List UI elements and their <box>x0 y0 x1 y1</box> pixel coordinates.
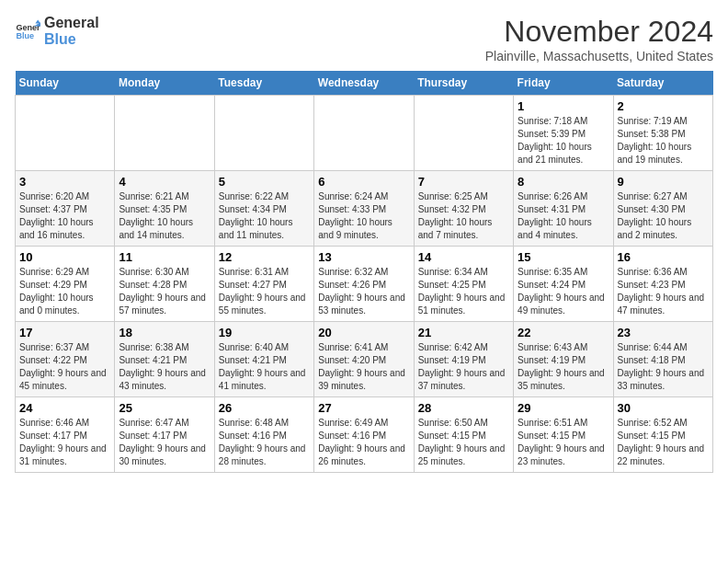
day-number: 2 <box>618 99 709 113</box>
calendar-cell: 15Sunrise: 6:35 AM Sunset: 4:24 PM Dayli… <box>514 247 613 322</box>
day-info: Sunrise: 6:51 AM Sunset: 4:15 PM Dayligh… <box>518 417 609 468</box>
day-info: Sunrise: 6:22 AM Sunset: 4:34 PM Dayligh… <box>219 190 310 242</box>
day-info: Sunrise: 6:40 AM Sunset: 4:21 PM Dayligh… <box>219 341 310 393</box>
calendar-cell <box>214 96 313 171</box>
calendar-cell: 18Sunrise: 6:38 AM Sunset: 4:21 PM Dayli… <box>115 322 214 397</box>
day-info: Sunrise: 6:32 AM Sunset: 4:26 PM Dayligh… <box>318 266 409 317</box>
day-info: Sunrise: 6:34 AM Sunset: 4:25 PM Dayligh… <box>418 266 509 317</box>
calendar-cell: 9Sunrise: 6:27 AM Sunset: 4:30 PM Daylig… <box>613 171 712 247</box>
day-number: 26 <box>219 401 310 415</box>
day-info: Sunrise: 6:50 AM Sunset: 4:15 PM Dayligh… <box>418 417 509 468</box>
day-number: 14 <box>418 250 509 264</box>
calendar-cell: 16Sunrise: 6:36 AM Sunset: 4:23 PM Dayli… <box>613 247 712 322</box>
calendar-cell: 7Sunrise: 6:25 AM Sunset: 4:32 PM Daylig… <box>414 171 513 247</box>
day-number: 24 <box>19 401 110 415</box>
day-info: Sunrise: 6:20 AM Sunset: 4:37 PM Dayligh… <box>19 190 110 242</box>
calendar-table: SundayMondayTuesdayWednesdayThursdayFrid… <box>15 71 713 473</box>
day-number: 15 <box>518 250 609 264</box>
day-info: Sunrise: 6:36 AM Sunset: 4:23 PM Dayligh… <box>618 266 709 317</box>
calendar-cell: 23Sunrise: 6:44 AM Sunset: 4:18 PM Dayli… <box>613 322 712 397</box>
week-row-1: 1Sunrise: 7:18 AM Sunset: 5:39 PM Daylig… <box>16 96 713 171</box>
day-number: 7 <box>418 175 509 189</box>
day-number: 17 <box>19 326 110 339</box>
day-number: 12 <box>219 250 310 264</box>
calendar-cell <box>16 96 115 171</box>
day-info: Sunrise: 6:25 AM Sunset: 4:32 PM Dayligh… <box>418 190 509 242</box>
location-title: Plainville, Massachusetts, United States <box>485 49 713 63</box>
day-number: 9 <box>618 175 709 189</box>
day-header-sunday: Sunday <box>16 71 115 96</box>
calendar-cell: 20Sunrise: 6:41 AM Sunset: 4:20 PM Dayli… <box>314 322 414 397</box>
day-number: 6 <box>318 175 409 189</box>
logo-general: General <box>44 15 99 31</box>
day-number: 28 <box>418 401 509 415</box>
title-area: November 2024 Plainville, Massachusetts,… <box>485 15 713 63</box>
day-info: Sunrise: 6:31 AM Sunset: 4:27 PM Dayligh… <box>219 266 310 317</box>
day-number: 11 <box>119 250 210 264</box>
week-row-3: 10Sunrise: 6:29 AM Sunset: 4:29 PM Dayli… <box>16 247 713 322</box>
day-info: Sunrise: 6:46 AM Sunset: 4:17 PM Dayligh… <box>19 417 110 468</box>
day-number: 13 <box>318 250 409 264</box>
month-title: November 2024 <box>485 15 713 49</box>
day-info: Sunrise: 6:42 AM Sunset: 4:19 PM Dayligh… <box>418 341 509 393</box>
day-number: 21 <box>418 326 509 339</box>
day-header-wednesday: Wednesday <box>314 71 414 96</box>
calendar-cell: 6Sunrise: 6:24 AM Sunset: 4:33 PM Daylig… <box>314 171 414 247</box>
calendar-cell: 3Sunrise: 6:20 AM Sunset: 4:37 PM Daylig… <box>16 171 115 247</box>
logo-icon: General Blue <box>15 18 40 44</box>
day-info: Sunrise: 6:49 AM Sunset: 4:16 PM Dayligh… <box>318 417 409 468</box>
svg-text:Blue: Blue <box>16 31 34 40</box>
day-header-thursday: Thursday <box>414 71 513 96</box>
day-number: 16 <box>618 250 709 264</box>
day-info: Sunrise: 6:26 AM Sunset: 4:31 PM Dayligh… <box>518 190 609 242</box>
day-number: 4 <box>119 175 210 189</box>
day-info: Sunrise: 6:43 AM Sunset: 4:19 PM Dayligh… <box>518 341 609 393</box>
day-number: 25 <box>119 401 210 415</box>
calendar-cell: 29Sunrise: 6:51 AM Sunset: 4:15 PM Dayli… <box>514 397 613 473</box>
day-info: Sunrise: 6:29 AM Sunset: 4:29 PM Dayligh… <box>19 266 110 317</box>
day-header-tuesday: Tuesday <box>214 71 313 96</box>
day-number: 27 <box>318 401 409 415</box>
day-info: Sunrise: 6:47 AM Sunset: 4:17 PM Dayligh… <box>119 417 210 468</box>
day-number: 1 <box>518 99 609 113</box>
calendar-cell: 26Sunrise: 6:48 AM Sunset: 4:16 PM Dayli… <box>214 397 313 473</box>
day-number: 22 <box>518 326 609 339</box>
calendar-cell: 12Sunrise: 6:31 AM Sunset: 4:27 PM Dayli… <box>214 247 313 322</box>
day-info: Sunrise: 6:24 AM Sunset: 4:33 PM Dayligh… <box>318 190 409 242</box>
day-info: Sunrise: 7:19 AM Sunset: 5:38 PM Dayligh… <box>618 115 709 167</box>
logo: General Blue General Blue <box>15 15 99 47</box>
day-number: 23 <box>618 326 709 339</box>
day-info: Sunrise: 6:38 AM Sunset: 4:21 PM Dayligh… <box>119 341 210 393</box>
calendar-cell: 28Sunrise: 6:50 AM Sunset: 4:15 PM Dayli… <box>414 397 513 473</box>
day-number: 5 <box>219 175 310 189</box>
day-info: Sunrise: 6:35 AM Sunset: 4:24 PM Dayligh… <box>518 266 609 317</box>
calendar-cell <box>414 96 513 171</box>
day-number: 10 <box>19 250 110 264</box>
week-row-4: 17Sunrise: 6:37 AM Sunset: 4:22 PM Dayli… <box>16 322 713 397</box>
day-number: 3 <box>19 175 110 189</box>
calendar-cell: 2Sunrise: 7:19 AM Sunset: 5:38 PM Daylig… <box>613 96 712 171</box>
day-number: 8 <box>518 175 609 189</box>
day-number: 18 <box>119 326 210 339</box>
day-info: Sunrise: 6:44 AM Sunset: 4:18 PM Dayligh… <box>618 341 709 393</box>
calendar-cell: 17Sunrise: 6:37 AM Sunset: 4:22 PM Dayli… <box>16 322 115 397</box>
calendar-cell: 19Sunrise: 6:40 AM Sunset: 4:21 PM Dayli… <box>214 322 313 397</box>
calendar-cell: 5Sunrise: 6:22 AM Sunset: 4:34 PM Daylig… <box>214 171 313 247</box>
calendar-cell <box>314 96 414 171</box>
calendar-cell <box>115 96 214 171</box>
calendar-cell: 22Sunrise: 6:43 AM Sunset: 4:19 PM Dayli… <box>514 322 613 397</box>
day-number: 20 <box>318 326 409 339</box>
calendar-cell: 1Sunrise: 7:18 AM Sunset: 5:39 PM Daylig… <box>514 96 613 171</box>
days-header-row: SundayMondayTuesdayWednesdayThursdayFrid… <box>16 71 713 96</box>
calendar-cell: 24Sunrise: 6:46 AM Sunset: 4:17 PM Dayli… <box>16 397 115 473</box>
day-header-saturday: Saturday <box>613 71 712 96</box>
day-number: 30 <box>618 401 709 415</box>
svg-text:General: General <box>16 22 40 31</box>
header: General Blue General Blue November 2024 … <box>15 15 713 63</box>
calendar-cell: 4Sunrise: 6:21 AM Sunset: 4:35 PM Daylig… <box>115 171 214 247</box>
day-header-monday: Monday <box>115 71 214 96</box>
week-row-5: 24Sunrise: 6:46 AM Sunset: 4:17 PM Dayli… <box>16 397 713 473</box>
calendar-cell: 13Sunrise: 6:32 AM Sunset: 4:26 PM Dayli… <box>314 247 414 322</box>
day-info: Sunrise: 6:48 AM Sunset: 4:16 PM Dayligh… <box>219 417 310 468</box>
calendar-cell: 10Sunrise: 6:29 AM Sunset: 4:29 PM Dayli… <box>16 247 115 322</box>
